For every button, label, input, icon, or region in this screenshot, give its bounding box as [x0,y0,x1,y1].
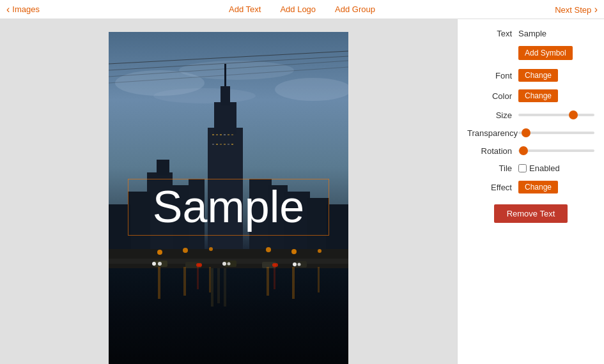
remove-text-button[interactable]: Remove Text [494,204,568,223]
rotation-slider[interactable] [518,149,594,152]
svg-point-57 [274,263,278,267]
svg-point-45 [318,249,321,253]
text-row: Text Sample [467,29,594,38]
tile-label: Tile [467,163,518,173]
svg-point-3 [275,78,348,101]
effect-row: Effect Change [467,181,594,193]
back-button[interactable]: Images [6,4,40,15]
svg-rect-9 [109,255,348,364]
svg-rect-39 [231,144,233,145]
canvas-sample-text[interactable]: Sample [128,179,329,236]
svg-point-51 [198,263,202,267]
top-bar: Images Add Text Add Logo Add Group Next … [0,0,604,19]
color-label: Color [467,91,518,101]
add-logo-button[interactable]: Add Logo [280,4,316,14]
svg-rect-16 [224,64,226,86]
font-label: Font [467,71,518,80]
color-change-button[interactable]: Change [518,89,558,102]
svg-point-40 [157,250,162,255]
image-area: Sample [0,19,457,364]
transparency-slider-container [518,128,594,138]
remove-row: Remove Text [467,201,594,223]
svg-point-53 [222,262,226,266]
transparency-slider[interactable] [518,132,594,134]
size-slider-container [518,110,594,120]
svg-rect-31 [224,134,226,135]
svg-rect-27 [326,204,348,249]
svg-point-43 [266,247,271,252]
svg-rect-62 [183,267,186,296]
svg-rect-61 [158,267,160,299]
svg-rect-28 [212,134,214,135]
tile-checkbox-label[interactable]: Enabled [518,163,560,173]
svg-point-47 [152,262,156,266]
add-text-button[interactable]: Add Text [229,4,261,14]
svg-rect-37 [224,144,226,145]
font-row: Font Change [467,69,594,82]
tile-enabled-label: Enabled [529,163,560,173]
effect-change-button[interactable]: Change [518,181,558,193]
rotation-slider-container [518,146,594,156]
svg-point-59 [293,262,297,266]
svg-point-4 [153,88,256,103]
svg-rect-35 [216,144,218,145]
transparency-label: Transparency [467,128,518,138]
svg-point-2 [179,61,294,80]
svg-rect-71 [224,268,226,307]
tile-row: Tile Enabled [467,163,594,173]
size-row: Size [467,110,594,120]
svg-rect-69 [211,268,213,307]
rotation-label: Rotation [467,146,518,156]
svg-rect-36 [220,144,222,145]
svg-rect-67 [197,267,199,289]
next-step-label: Next Step [555,5,591,15]
svg-rect-38 [228,144,229,145]
svg-rect-32 [228,134,229,135]
next-icon [591,5,598,15]
tile-checkbox[interactable] [518,164,527,172]
svg-rect-29 [216,134,218,135]
svg-rect-64 [267,267,269,296]
svg-rect-33 [231,134,233,135]
rotation-row: Rotation [467,146,594,156]
text-label: Text [467,29,518,38]
back-label: Images [12,4,40,14]
svg-point-41 [183,248,188,253]
svg-rect-14 [221,86,230,105]
svg-rect-65 [292,267,295,299]
svg-rect-68 [274,267,275,289]
transparency-row: Transparency [467,128,594,138]
svg-rect-66 [318,267,320,292]
svg-point-48 [158,262,162,266]
size-slider[interactable] [518,114,594,116]
svg-point-44 [291,249,297,254]
add-group-button[interactable]: Add Group [335,4,375,14]
right-panel: Text Sample Add Symbol Font Change Color… [457,19,604,364]
add-symbol-button[interactable]: Add Symbol [518,46,573,60]
text-value: Sample [518,29,594,38]
effect-label: Effect [467,183,518,192]
svg-rect-70 [217,268,220,303]
top-bar-center: Add Text Add Logo Add Group [229,4,375,14]
svg-rect-63 [209,267,211,292]
back-icon [6,4,10,15]
next-step-button[interactable]: Next Step [555,4,598,15]
svg-rect-13 [214,102,236,134]
main-content: Sample Text Sample Add Symbol Font Chang… [0,19,604,364]
add-symbol-row: Add Symbol [518,46,594,60]
color-row: Color Change [467,89,594,102]
font-change-button[interactable]: Change [518,69,558,82]
svg-point-42 [209,247,213,251]
svg-rect-30 [220,134,222,135]
svg-rect-34 [212,144,214,145]
svg-rect-18 [157,160,169,176]
image-container: Sample [109,32,348,364]
svg-point-54 [228,262,231,266]
svg-point-60 [298,263,301,266]
size-label: Size [467,110,518,120]
